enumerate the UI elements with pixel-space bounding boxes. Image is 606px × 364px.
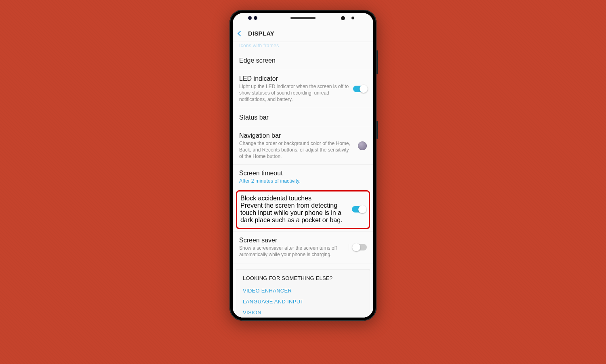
phone-sensor bbox=[248, 16, 252, 20]
row-title: Status bar bbox=[239, 114, 367, 121]
color-swatch-icon bbox=[358, 141, 367, 150]
row-navigation-bar[interactable]: Navigation bar Change the order or backg… bbox=[233, 127, 373, 165]
row-title: Block accidental touches bbox=[240, 195, 348, 202]
phone-frame: DISPLAY Icons with frames Edge screen LE… bbox=[229, 10, 377, 321]
truncated-row: Icons with frames bbox=[233, 42, 373, 51]
toggle-knob bbox=[352, 243, 360, 251]
link-video-enhancer[interactable]: VIDEO ENHANCER bbox=[243, 285, 363, 296]
row-status-bar[interactable]: Status bar bbox=[233, 108, 373, 127]
row-description: Change the order or background color of … bbox=[239, 140, 354, 160]
row-description: Show a screensaver after the screen turn… bbox=[239, 245, 345, 258]
phone-side-button bbox=[377, 121, 378, 139]
back-icon[interactable] bbox=[238, 30, 243, 36]
toggle-screen-saver[interactable] bbox=[353, 244, 367, 250]
toggle-block-accidental-touches[interactable] bbox=[352, 206, 366, 213]
row-screen-timeout[interactable]: Screen timeout After 2 minutes of inacti… bbox=[233, 165, 373, 189]
toggle-knob bbox=[360, 85, 368, 93]
row-title: Screen saver bbox=[239, 237, 345, 244]
row-description: Prevent the screen from detecting touch … bbox=[240, 202, 348, 224]
phone-side-button bbox=[377, 50, 378, 74]
page-title: DISPLAY bbox=[248, 30, 274, 37]
row-title: LED indicator bbox=[239, 75, 349, 82]
row-screen-saver[interactable]: Screen saver Show a screensaver after th… bbox=[233, 231, 373, 263]
row-title: Screen timeout bbox=[239, 170, 367, 177]
related-settings-card: LOOKING FOR SOMETHING ELSE? VIDEO ENHANC… bbox=[236, 269, 370, 318]
link-language-and-input[interactable]: LANGUAGE AND INPUT bbox=[243, 296, 363, 307]
app-header: DISPLAY bbox=[233, 25, 373, 42]
toggle-divider bbox=[349, 244, 367, 250]
phone-screen: DISPLAY Icons with frames Edge screen LE… bbox=[233, 13, 373, 318]
row-led-indicator[interactable]: LED indicator Light up the LED indicator… bbox=[233, 70, 373, 108]
row-title: Edge screen bbox=[239, 57, 367, 64]
row-description: Light up the LED indicator when the scre… bbox=[239, 83, 349, 103]
row-value: After 2 minutes of inactivity. bbox=[239, 178, 367, 184]
card-title: LOOKING FOR SOMETHING ELSE? bbox=[243, 275, 363, 281]
phone-sensor bbox=[254, 16, 257, 20]
row-block-accidental-touches[interactable]: Block accidental touches Prevent the scr… bbox=[236, 190, 370, 229]
settings-list[interactable]: Icons with frames Edge screen LED indica… bbox=[233, 42, 373, 318]
phone-camera bbox=[341, 16, 345, 20]
phone-sensor bbox=[351, 17, 354, 19]
row-title: Navigation bar bbox=[239, 132, 354, 139]
row-edge-screen[interactable]: Edge screen bbox=[233, 51, 373, 70]
phone-speaker bbox=[290, 17, 316, 19]
link-vision[interactable]: VISION bbox=[243, 307, 363, 318]
toggle-knob bbox=[358, 205, 366, 213]
toggle-led-indicator[interactable] bbox=[353, 86, 367, 92]
